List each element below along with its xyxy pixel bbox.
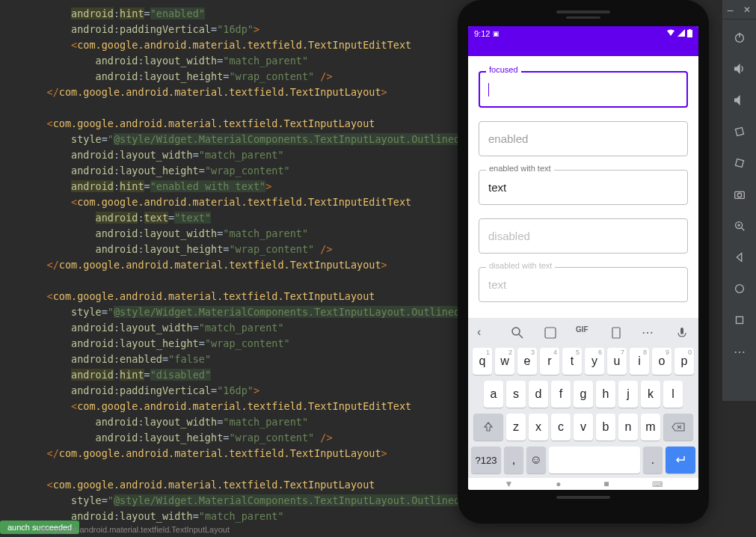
key-d[interactable]: d <box>529 381 548 408</box>
svg-point-14 <box>737 193 741 197</box>
volume-up-icon[interactable] <box>732 61 747 76</box>
key-g[interactable]: g <box>574 381 593 408</box>
emulator-toolbar: ⋯ <box>722 19 756 401</box>
keyboard-row-4: ?123 , ☺ . <box>471 447 695 473</box>
key-c[interactable]: c <box>551 414 571 441</box>
key-symbols[interactable]: ?123 <box>471 447 501 473</box>
keyboard-row-1: q1w2e3r4t5y6u7i8o9p0 <box>471 348 695 375</box>
textfield-disabled-with-text: disabled with text text <box>479 267 688 302</box>
device-speaker-bottom <box>556 496 610 499</box>
key-r[interactable]: r4 <box>540 348 559 375</box>
key-y[interactable]: y6 <box>585 348 604 375</box>
key-n[interactable]: n <box>618 414 638 441</box>
key-l[interactable]: l <box>663 381 683 408</box>
textfield-label: enabled with text <box>486 164 554 173</box>
gif-icon[interactable]: GIF <box>576 325 591 340</box>
overview-icon[interactable] <box>732 313 747 328</box>
zoom-icon[interactable] <box>732 218 747 233</box>
nav-recent-icon[interactable]: ■ <box>603 479 609 489</box>
device-speaker-small <box>566 16 600 19</box>
key-z[interactable]: z <box>506 414 526 441</box>
android-status-bar: 9:12 ▣ <box>468 26 698 41</box>
nav-keyboard-icon[interactable]: ⌨ <box>652 480 663 488</box>
nav-back-icon[interactable]: ▼ <box>504 479 513 489</box>
soft-keyboard[interactable]: ‹ GIF ⋯ q1w2e3r4t5y6u7i8o9p0 asdfghjkl z… <box>468 318 698 478</box>
volume-down-icon[interactable] <box>732 93 747 108</box>
key-i[interactable]: i8 <box>630 348 649 375</box>
key-t[interactable]: t5 <box>562 348 582 375</box>
svg-rect-6 <box>680 328 683 334</box>
svg-line-16 <box>741 228 744 231</box>
key-x[interactable]: x <box>529 414 548 441</box>
rotate-right-icon[interactable] <box>732 156 747 171</box>
home-icon[interactable] <box>732 281 747 296</box>
status-time: 9:12 <box>474 29 490 38</box>
key-q[interactable]: q1 <box>473 348 492 375</box>
key-j[interactable]: j <box>618 381 638 408</box>
key-m[interactable]: m <box>641 414 660 441</box>
key-emoji[interactable]: ☺ <box>526 447 546 473</box>
app-bar <box>468 41 698 56</box>
svg-rect-11 <box>735 127 743 135</box>
svg-rect-1 <box>689 29 691 30</box>
battery-icon <box>687 29 692 39</box>
textfield-label: disabled with text <box>486 261 555 270</box>
key-backspace[interactable] <box>663 414 693 441</box>
text-cursor <box>488 83 489 96</box>
emulator-window-controls: – ✕ <box>722 0 756 19</box>
key-comma[interactable]: , <box>504 447 523 473</box>
key-w[interactable]: w2 <box>495 348 514 375</box>
camera-icon[interactable] <box>732 187 747 202</box>
key-u[interactable]: u7 <box>607 348 627 375</box>
emulator-device-frame: 9:12 ▣ focused enabled <box>458 0 709 524</box>
svg-rect-5 <box>612 328 620 338</box>
svg-rect-12 <box>735 159 743 167</box>
chevron-left-icon[interactable]: ‹ <box>477 325 492 340</box>
key-k[interactable]: k <box>641 381 660 408</box>
power-icon[interactable] <box>732 30 747 45</box>
svg-rect-4 <box>545 328 556 338</box>
nav-home-icon[interactable]: ● <box>556 479 561 489</box>
key-s[interactable]: s <box>506 381 526 408</box>
textfield-enabled-with-text[interactable]: enabled with text text <box>479 170 688 205</box>
svg-rect-20 <box>736 317 743 324</box>
more-icon[interactable]: ⋯ <box>732 344 747 359</box>
key-h[interactable]: h <box>596 381 615 408</box>
key-enter[interactable] <box>666 447 695 473</box>
search-icon[interactable] <box>510 325 525 340</box>
minimize-icon[interactable]: – <box>728 4 734 16</box>
keyboard-row-2: asdfghjkl <box>471 381 695 408</box>
keyboard-row-3: zxcvbnm <box>471 414 695 441</box>
mic-icon[interactable] <box>674 325 689 340</box>
textfield-disabled: disabled <box>479 218 688 254</box>
textfield-label: focused <box>486 65 521 74</box>
key-shift[interactable] <box>473 414 503 441</box>
textfield-focused[interactable]: focused <box>479 71 688 108</box>
sticker-icon[interactable] <box>543 325 558 340</box>
key-f[interactable]: f <box>551 381 571 408</box>
key-period[interactable]: . <box>643 447 663 473</box>
wifi-icon <box>666 29 675 38</box>
signal-icon <box>677 29 685 38</box>
svg-rect-0 <box>687 30 692 37</box>
back-icon[interactable] <box>732 250 747 265</box>
clipboard-icon[interactable] <box>609 325 624 340</box>
key-e[interactable]: e3 <box>517 348 537 375</box>
textfield-enabled[interactable]: enabled <box>479 121 688 156</box>
key-v[interactable]: v <box>574 414 593 441</box>
key-space[interactable] <box>549 447 640 473</box>
svg-point-2 <box>512 328 520 335</box>
key-o[interactable]: o9 <box>652 348 672 375</box>
more-icon[interactable]: ⋯ <box>642 325 657 340</box>
svg-point-19 <box>735 285 743 293</box>
key-b[interactable]: b <box>596 414 615 441</box>
breadcrumb[interactable]: om.google.android.material.textfield.Tex… <box>39 522 230 537</box>
status-square-icon: ▣ <box>493 30 500 37</box>
emulator-screen[interactable]: 9:12 ▣ focused enabled <box>468 26 698 490</box>
key-p[interactable]: p0 <box>674 348 694 375</box>
svg-line-3 <box>519 334 523 338</box>
rotate-left-icon[interactable] <box>732 124 747 139</box>
key-a[interactable]: a <box>484 381 503 408</box>
android-nav-bar: ▼ ● ■ ⌨ <box>468 478 698 490</box>
close-icon[interactable]: ✕ <box>743 4 751 15</box>
